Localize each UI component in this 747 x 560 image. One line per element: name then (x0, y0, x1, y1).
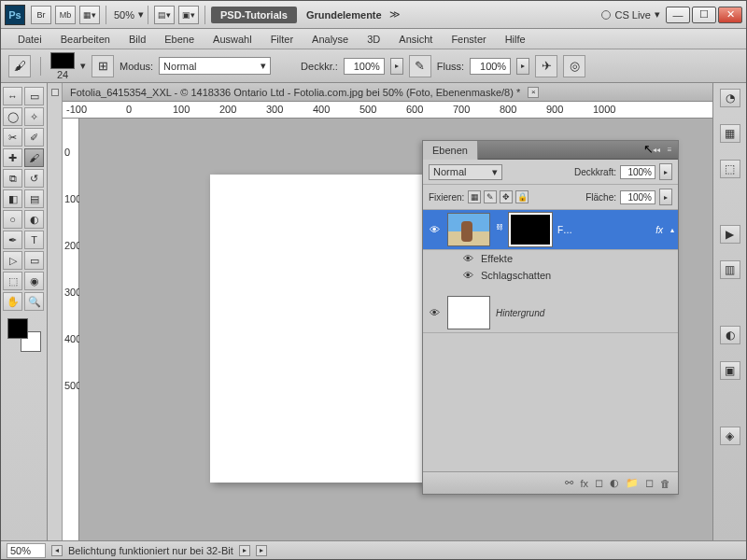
lock-transparent-icon[interactable]: ▦ (468, 190, 481, 203)
shape-tool[interactable]: ▭ (24, 251, 44, 270)
airbrush-button[interactable]: ✈ (535, 55, 557, 77)
type-tool[interactable]: T (24, 231, 44, 249)
panel-menu-icon[interactable]: ≡ (664, 145, 675, 156)
group-button[interactable]: 📁 (626, 477, 639, 489)
layer-opacity-flyout[interactable]: ▸ (659, 163, 672, 180)
workspace-grundelemente[interactable]: Grundelemente (299, 9, 389, 21)
brush-tool[interactable]: 🖌 (24, 148, 44, 167)
mask-link-icon[interactable]: ⛓ (496, 223, 503, 236)
status-zoom-input[interactable]: 50% (7, 543, 46, 558)
document-canvas[interactable] (210, 175, 444, 483)
lock-pixels-icon[interactable]: ✎ (484, 190, 497, 203)
marquee-tool[interactable]: ▭ (24, 87, 44, 105)
zoom-display[interactable]: 50% (110, 9, 138, 21)
menu-filter[interactable]: Filter (261, 31, 303, 48)
menu-auswahl[interactable]: Auswahl (204, 31, 261, 48)
swatches-panel-icon[interactable]: ▦ (720, 124, 740, 143)
dodge-tool[interactable]: ◐ (24, 210, 44, 229)
color-swatches[interactable] (7, 318, 41, 352)
masks-panel-icon[interactable]: ▥ (720, 260, 740, 279)
fill-flyout[interactable]: ▸ (659, 189, 672, 205)
bridge-button[interactable]: Br (31, 6, 51, 24)
3d-camera-tool[interactable]: ◉ (24, 272, 44, 290)
menu-datei[interactable]: Datei (8, 31, 51, 48)
tool-preset-icon[interactable]: 🖌 (8, 55, 31, 77)
zoom-tool[interactable]: 🔍 (24, 292, 44, 311)
view-extras-button[interactable]: ▦▾ (79, 6, 100, 24)
fx-collapse-icon[interactable]: ▴ (670, 226, 674, 234)
fill-input[interactable]: 100% (620, 190, 655, 204)
layers-panel-header[interactable]: Ebenen ◂◂ ≡ (423, 141, 678, 160)
foreground-color[interactable] (7, 318, 28, 339)
collapse-panel-icon[interactable]: ◂◂ (651, 145, 662, 156)
heal-tool[interactable]: ✚ (3, 148, 22, 167)
visibility-toggle[interactable]: 👁 (460, 252, 475, 265)
brush-preview[interactable] (50, 52, 75, 69)
actions-panel-icon[interactable]: ▣ (720, 361, 740, 380)
layers-panel-icon[interactable]: ◈ (720, 427, 740, 445)
minimize-button[interactable]: — (666, 7, 690, 23)
hand-tool[interactable]: ✋ (3, 292, 22, 311)
move-tool[interactable]: ↔ (3, 87, 22, 105)
styles-panel-icon[interactable]: ⬚ (720, 160, 740, 178)
status-next-button[interactable]: ▸ (239, 545, 250, 556)
new-layer-button[interactable]: ◻ (645, 477, 654, 489)
close-tab-button[interactable]: × (528, 87, 539, 98)
gradient-tool[interactable]: ▤ (24, 189, 44, 208)
fx-button[interactable]: fx (580, 478, 588, 489)
brush-dropdown-icon[interactable]: ▾ (80, 60, 86, 72)
workspace-psd-tutorials[interactable]: PSD-Tutorials (211, 7, 297, 23)
menu-ansicht[interactable]: Ansicht (389, 31, 442, 48)
screen-mode-button[interactable]: ▣▾ (178, 6, 199, 24)
zoom-dropdown-icon[interactable]: ▾ (138, 8, 144, 21)
stamp-tool[interactable]: ⧉ (3, 169, 22, 188)
history-brush-tool[interactable]: ↺ (24, 169, 44, 188)
status-menu-button[interactable]: ▸ (256, 545, 267, 556)
visibility-toggle[interactable]: 👁 (427, 223, 442, 236)
document-tab[interactable]: Fotolia_6415354_XXL - © 1418336 Ontario … (63, 83, 712, 102)
fx-badge[interactable]: fx (655, 225, 663, 235)
layer-blend-select[interactable]: Normal ▾ (429, 164, 502, 180)
pressure-size-button[interactable]: ◎ (563, 55, 585, 77)
menu-hilfe[interactable]: Hilfe (496, 31, 535, 48)
layer-item-background[interactable]: 👁 Hintergrund (423, 293, 678, 333)
layer-name[interactable]: Hintergrund (496, 308, 674, 318)
layers-tab[interactable]: Ebenen (423, 141, 478, 160)
minibridge-button[interactable]: Mb (55, 6, 76, 24)
history-panel-icon[interactable]: ◐ (720, 326, 740, 344)
menu-bearbeiten[interactable]: Bearbeiten (51, 31, 120, 48)
mask-button[interactable]: ◻ (595, 477, 603, 489)
crop-tool[interactable]: ✂ (3, 128, 22, 147)
layer-name[interactable]: F… (557, 225, 650, 235)
eyedropper-tool[interactable]: ✐ (24, 128, 44, 147)
layer-item-foto[interactable]: 👁 ⛓ F… fx ▴ (423, 210, 678, 250)
arrange-button[interactable]: ▤▾ (154, 6, 175, 24)
layer-opacity-input[interactable]: 100% (620, 165, 655, 179)
flow-flyout[interactable]: ▸ (516, 58, 529, 75)
brush-panel-button[interactable]: ⊞ (92, 55, 114, 77)
color-panel-icon[interactable]: ◔ (720, 89, 740, 107)
pressure-opacity-button[interactable]: ✎ (409, 55, 431, 77)
mask-thumbnail[interactable] (509, 213, 552, 246)
canvas-viewport[interactable]: ↖ Ebenen ◂◂ ≡ Normal ▾ (79, 119, 712, 540)
pen-tool[interactable]: ✒ (3, 231, 22, 249)
visibility-toggle[interactable]: 👁 (460, 269, 475, 282)
adjustments-panel-icon[interactable]: ▶ (720, 225, 740, 244)
menu-3d[interactable]: 3D (358, 31, 389, 48)
adjustment-button[interactable]: ◐ (610, 477, 619, 489)
eraser-tool[interactable]: ◧ (3, 189, 22, 208)
cs-live-button[interactable]: CS Live ▾ (596, 8, 666, 21)
effect-dropshadow[interactable]: 👁 Schlagschatten (423, 267, 678, 284)
menu-ebene[interactable]: Ebene (155, 31, 204, 48)
close-button[interactable]: ✕ (718, 7, 742, 23)
visibility-toggle[interactable]: 👁 (427, 306, 442, 319)
maximize-button[interactable]: ☐ (692, 7, 716, 23)
link-layers-button[interactable]: ⚯ (565, 477, 573, 489)
effects-row[interactable]: 👁 Effekte (423, 250, 678, 267)
menu-fenster[interactable]: Fenster (442, 31, 495, 48)
opacity-input[interactable]: 100% (344, 58, 385, 75)
expand-panel-button[interactable] (51, 89, 59, 96)
blur-tool[interactable]: ○ (3, 210, 22, 229)
3d-tool[interactable]: ⬚ (3, 272, 22, 290)
status-prev-button[interactable]: ◂ (51, 545, 63, 556)
